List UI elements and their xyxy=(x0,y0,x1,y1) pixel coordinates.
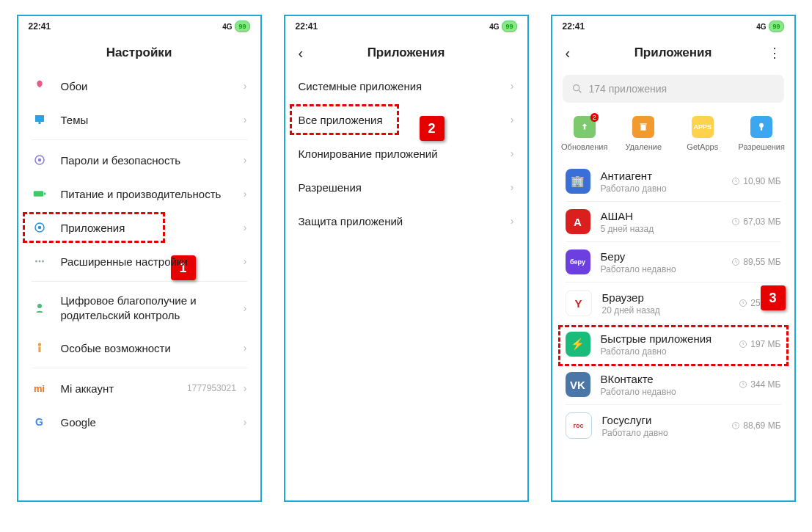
storage-icon xyxy=(731,217,740,226)
quick-updates[interactable]: 2 Обновления xyxy=(555,116,615,151)
svg-rect-4 xyxy=(33,191,43,197)
app-row[interactable]: VK ВКонтакте Работало недавно 344 МБ xyxy=(552,365,794,404)
storage-icon xyxy=(739,380,747,389)
search-placeholder: 174 приложения xyxy=(589,83,667,95)
updates-icon: 2 xyxy=(574,116,596,138)
row-passwords-security[interactable]: Пароли и безопасность › xyxy=(18,143,260,177)
phone-screen-apps-menu: 22:41 4G 99 ‹ Приложения Системные прило… xyxy=(284,15,529,502)
svg-rect-0 xyxy=(35,115,44,122)
phone-screen-settings: 22:41 4G 99 Настройки Обои › Темы › Паро… xyxy=(17,15,262,502)
app-row[interactable]: гос Госуслуги Работало давно 88,69 МБ xyxy=(552,405,794,446)
app-size: 197 МБ xyxy=(739,339,780,349)
row-apps[interactable]: Приложения › xyxy=(18,211,260,244)
storage-icon xyxy=(739,340,747,349)
svg-point-10 xyxy=(42,260,44,263)
permissions-icon xyxy=(750,116,772,138)
chevron-right-icon: › xyxy=(511,215,514,227)
chevron-right-icon: › xyxy=(244,255,247,267)
phone-screen-all-apps: 22:41 4G 99 ‹ Приложения ⋮ 174 приложени… xyxy=(551,15,796,502)
quick-permissions[interactable]: Разрешения xyxy=(732,116,791,151)
app-subtitle: Работало давно xyxy=(602,428,732,438)
row-battery-performance[interactable]: Питание и производительность › xyxy=(18,177,260,211)
app-texts: Госуслуги Работало давно xyxy=(602,414,732,438)
advanced-icon xyxy=(32,253,48,269)
app-size: 88,69 МБ xyxy=(731,420,780,431)
svg-line-15 xyxy=(579,90,581,92)
apps-icon xyxy=(32,219,48,236)
chevron-right-icon: › xyxy=(244,302,247,314)
row-system-apps[interactable]: Системные приложения › xyxy=(285,69,527,103)
app-texts: АШАН 5 дней назад xyxy=(601,210,732,234)
row-advanced[interactable]: Расширенные настройки › xyxy=(18,244,260,278)
battery-perf-icon xyxy=(32,186,48,202)
app-name: Браузер xyxy=(602,291,739,304)
app-texts: Быстрые приложения Работало давно xyxy=(601,332,739,357)
row-app-protection[interactable]: Защита приложений › xyxy=(285,204,527,238)
app-row[interactable]: A АШАН 5 дней назад 67,03 МБ xyxy=(552,202,794,241)
app-row[interactable]: Y Браузер 20 дней назад 255 МБ xyxy=(552,283,794,324)
themes-icon xyxy=(32,112,48,128)
google-icon: G xyxy=(32,414,48,430)
app-icon: A xyxy=(566,209,590,234)
mi-icon: mi xyxy=(32,380,48,396)
row-digital-wellbeing[interactable]: Цифровое благополучие и родительский кон… xyxy=(18,285,260,331)
page-title: Приложения xyxy=(634,45,712,60)
app-subtitle: 5 дней назад xyxy=(601,224,732,234)
app-size: 344 МБ xyxy=(739,379,780,390)
row-accessibility[interactable]: Особые возможности › xyxy=(18,331,260,365)
row-label: Все приложения xyxy=(299,114,511,126)
row-label: Системные приложения xyxy=(299,80,511,92)
mi-account-value: 1777953021 xyxy=(187,383,236,393)
svg-rect-17 xyxy=(761,127,762,131)
chevron-right-icon: › xyxy=(511,147,514,159)
quick-getapps[interactable]: APPS GetApps xyxy=(673,116,733,151)
quick-actions: 2 Обновления Удаление APPS GetApps Разре… xyxy=(552,109,794,161)
storage-icon xyxy=(731,421,740,430)
app-size: 67,03 МБ xyxy=(731,216,780,227)
app-row[interactable]: ⚡ Быстрые приложения Работало давно 197 … xyxy=(552,324,794,364)
app-texts: ВКонтакте Работало недавно xyxy=(601,373,739,397)
back-button[interactable]: ‹ xyxy=(293,42,310,65)
back-button[interactable]: ‹ xyxy=(560,42,577,65)
app-row[interactable]: беру Беру Работало недавно 89,55 МБ xyxy=(552,242,794,282)
row-all-apps[interactable]: Все приложения › xyxy=(285,103,527,136)
app-icon: VK xyxy=(566,372,590,397)
row-wallpaper[interactable]: Обои › xyxy=(18,69,260,103)
row-google[interactable]: G Google › xyxy=(18,405,260,439)
app-name: Быстрые приложения xyxy=(601,332,739,345)
status-time: 22:41 xyxy=(29,21,51,32)
row-label: Расширенные настройки xyxy=(61,255,244,268)
menu-button[interactable]: ⋮ xyxy=(762,42,787,64)
page-title: Приложения xyxy=(367,45,445,60)
search-icon xyxy=(571,83,583,95)
app-subtitle: Работало давно xyxy=(601,346,739,357)
chevron-right-icon: › xyxy=(244,416,247,428)
svg-point-7 xyxy=(37,226,41,230)
app-name: АШАН xyxy=(601,210,732,222)
network-icon: 4G xyxy=(756,23,766,31)
row-mi-account[interactable]: mi Mi аккаунт 1777953021 › xyxy=(18,371,260,405)
app-size: 89,55 МБ xyxy=(731,257,780,267)
svg-rect-1 xyxy=(38,122,40,124)
updates-badge: 2 xyxy=(590,113,599,122)
svg-point-9 xyxy=(38,260,40,263)
row-themes[interactable]: Темы › xyxy=(18,103,260,136)
storage-icon xyxy=(739,299,747,307)
status-time: 22:41 xyxy=(296,21,318,32)
chevron-right-icon: › xyxy=(511,114,514,125)
search-input[interactable]: 174 приложения xyxy=(563,75,784,103)
app-row[interactable]: 🏢 Антиагент Работало давно 10,90 МБ xyxy=(552,161,794,201)
app-texts: Беру Работало недавно xyxy=(601,250,732,274)
network-icon: 4G xyxy=(222,23,232,31)
status-right: 4G 99 xyxy=(756,21,783,32)
svg-rect-13 xyxy=(38,347,40,353)
app-name: Беру xyxy=(601,250,732,263)
row-permissions[interactable]: Разрешения › xyxy=(285,170,527,204)
chevron-right-icon: › xyxy=(244,154,247,166)
row-clone-apps[interactable]: Клонирование приложений › xyxy=(285,136,527,170)
app-icon: ⚡ xyxy=(566,332,590,357)
chevron-right-icon: › xyxy=(511,181,514,193)
row-label: Особые возможности xyxy=(61,342,244,354)
quick-uninstall[interactable]: Удаление xyxy=(614,116,673,151)
step-badge-3: 3 xyxy=(761,285,786,310)
